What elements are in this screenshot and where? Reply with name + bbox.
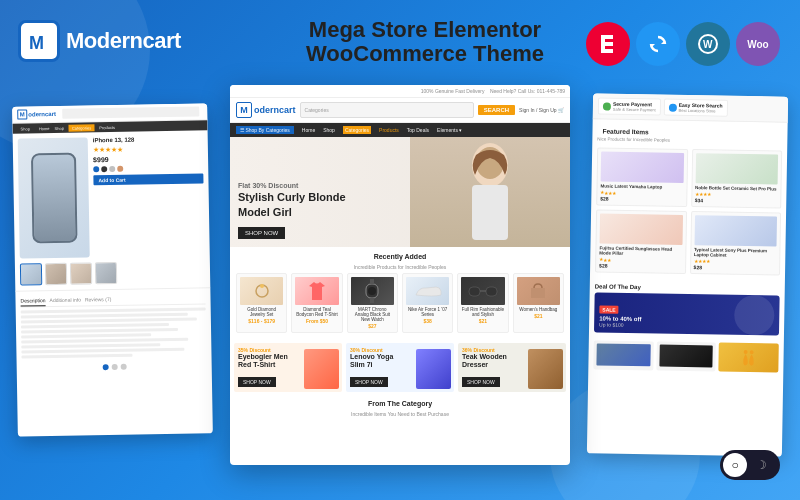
lm-product-area: iPhone 13, 128 ★★★★★ $999 Add to Cart: [13, 130, 210, 263]
rm-prod-4-price: $28: [694, 264, 777, 271]
rm-prod-4-name: Typical Latest Sony Plus Premium Laptop …: [694, 247, 777, 258]
product-img-jewelry: [240, 277, 283, 305]
lm-search-bar: [62, 106, 199, 118]
svg-text:W: W: [703, 39, 713, 50]
lm-thumb-3[interactable]: [70, 262, 92, 284]
lm-thumb-2[interactable]: [45, 263, 67, 285]
product-img-sneaker: [406, 277, 449, 305]
rm-cat-item-1: [593, 340, 653, 370]
rm-prod-2-price: $34: [695, 197, 778, 204]
cm-search-button[interactable]: SEARCH: [478, 105, 515, 115]
desc-line-5: [21, 328, 178, 334]
update-icon: [636, 22, 680, 66]
wordpress-icon: W: [686, 22, 730, 66]
cm-from-subtitle: Incredible Items You Need to Best Purcha…: [234, 411, 566, 417]
product-card-jewelry: Gold Diamond Jewelry Set $116 - $179: [236, 273, 287, 333]
plugin-icons-row: W Woo: [586, 22, 780, 66]
desc-line-9: [21, 348, 184, 354]
svg-point-23: [750, 350, 754, 354]
brand-logo-area: M Moderncart: [18, 20, 181, 62]
cm-top-bar: 100% Genuine Fast Delivery Need Help? Ca…: [230, 85, 570, 98]
main-title-area: Mega Store Elementor WooCommerce Theme: [220, 18, 630, 66]
cm-header: M oderncart Categories SEARCH Sign In / …: [230, 98, 570, 123]
cm-hero-cta[interactable]: SHOP NOW: [238, 227, 285, 239]
rm-badge-search-text: Easy Store Search Best Locations Store: [679, 102, 723, 114]
rm-payment-sub: Safe & Secure Payment: [613, 107, 656, 113]
lm-description-tabs: Description Additional info Reviews (7): [20, 292, 205, 307]
cm-recently-added: Recently Added Incredible Products for I…: [230, 247, 570, 339]
lm-tab-reviews[interactable]: Reviews (7): [85, 294, 112, 305]
cm-nav-elements[interactable]: Elements ▾: [437, 127, 462, 133]
main-title-line1: Mega Store Elementor: [220, 18, 630, 42]
promo-3-cta[interactable]: SHOP NOW: [462, 377, 500, 387]
product-card-sunglasses: Full Rim Fashionable and Stylish $21: [457, 273, 508, 333]
rm-prod-3-price: $28: [599, 262, 682, 269]
svg-rect-20: [486, 287, 497, 296]
cm-nav-top-deals[interactable]: Top Deals: [407, 127, 429, 133]
lm-add-to-cart-btn[interactable]: Add to Cart: [93, 173, 203, 185]
lm-brand-name: oderncart: [28, 111, 56, 117]
cm-logo-box: M: [236, 102, 252, 118]
promo-2-image: [416, 349, 451, 389]
p-price-jewelry: $116 - $179: [240, 318, 283, 324]
lm-logo: M oderncart: [17, 109, 56, 120]
product-img-watch: [351, 277, 394, 305]
rm-deal-banner: SALE 10% to 40% off Up to $100: [594, 292, 780, 335]
rm-badge-payment: Secure Payment Safe & Secure Payment: [598, 97, 661, 115]
cm-recently-title: Recently Added: [236, 253, 564, 260]
cm-nav-categories-badge[interactable]: Categories: [343, 126, 371, 134]
svg-rect-19: [469, 287, 480, 296]
rm-product-4: Typical Latest Sony Plus Premium Laptop …: [690, 211, 782, 276]
left-product-mockup: M oderncart Shop Home Shop Categories Pr…: [12, 103, 213, 436]
svg-point-16: [368, 287, 376, 295]
rm-category-section: [588, 336, 784, 376]
product-img-sunglasses: [461, 277, 504, 305]
cm-hero-section: Flat 30% Discount Stylish Curly Blonde M…: [230, 137, 570, 247]
color-dot-black: [101, 166, 107, 172]
rm-prod-2-img: [695, 153, 778, 184]
product-card-shirt: Diamond Teal Bodycon Red T-Shirt From $5…: [291, 273, 342, 333]
light-mode-btn[interactable]: ○: [723, 453, 747, 477]
cm-from-category: From The Category Incredible Items You N…: [230, 396, 570, 421]
color-dot-gold: [117, 166, 123, 172]
desc-line-3: [21, 318, 197, 324]
brand-logo-icon: M: [18, 20, 60, 62]
lm-thumb-4[interactable]: [95, 262, 117, 284]
rm-search-sub: Best Locations Store: [679, 108, 723, 114]
lm-tab-description[interactable]: Description: [20, 295, 45, 306]
svg-rect-5: [601, 49, 613, 53]
rm-category-items: [593, 340, 778, 372]
lm-nav-item-1: Shop: [16, 126, 33, 131]
cm-recently-subtitle: Incredible Products for Incredible Peopl…: [236, 264, 564, 270]
color-dot-silver: [109, 166, 115, 172]
brand-name: Moderncart: [66, 28, 181, 54]
lm-nav-item-2: Home: [39, 126, 50, 131]
lm-description-area: Description Additional info Reviews (7): [15, 287, 211, 362]
desc-line-7: [21, 338, 188, 344]
cm-nav-home[interactable]: Home: [302, 127, 315, 133]
promo-2-cta[interactable]: SHOP NOW: [350, 377, 388, 387]
cm-nav-shop[interactable]: Shop: [323, 127, 335, 133]
cm-hero-text: Flat 30% Discount Stylish Curly Blonde M…: [238, 182, 346, 239]
lm-tab-additional[interactable]: Additional info: [49, 295, 81, 307]
product-card-sneaker: Nike Air Force 1 '07 Series $38: [402, 273, 453, 333]
cm-brand-name: oderncart: [254, 105, 296, 115]
dark-mode-btn[interactable]: ☽: [749, 453, 773, 477]
rm-sale-badge: SALE: [599, 305, 618, 313]
svg-rect-17: [370, 279, 374, 284]
promo-1-cta[interactable]: SHOP NOW: [238, 377, 276, 387]
rm-cat-item-2: [656, 341, 716, 371]
cm-sign-in[interactable]: Sign In / Sign Up 🛒: [519, 107, 564, 113]
cm-nav-products[interactable]: Products: [379, 127, 399, 133]
cm-search-bar[interactable]: Categories: [300, 102, 474, 118]
rm-product-1: Music Latest Yamaha Laptop ★★★★ $28: [596, 147, 687, 207]
lm-thumb-1[interactable]: [20, 263, 42, 285]
page-dot-active: [102, 364, 108, 370]
dark-mode-toggle[interactable]: ○ ☽: [720, 450, 780, 480]
rm-prod-3-img: [600, 213, 683, 244]
phone-shape: [30, 153, 77, 244]
rm-cat-img-2: [659, 345, 713, 368]
cm-nav-categories[interactable]: ☰ Shop By Categories: [236, 126, 294, 134]
rm-deal-title: Deal Of The Day: [595, 283, 780, 292]
rm-products-grid: Music Latest Yamaha Laptop ★★★★ $28 Nobl…: [590, 144, 787, 278]
